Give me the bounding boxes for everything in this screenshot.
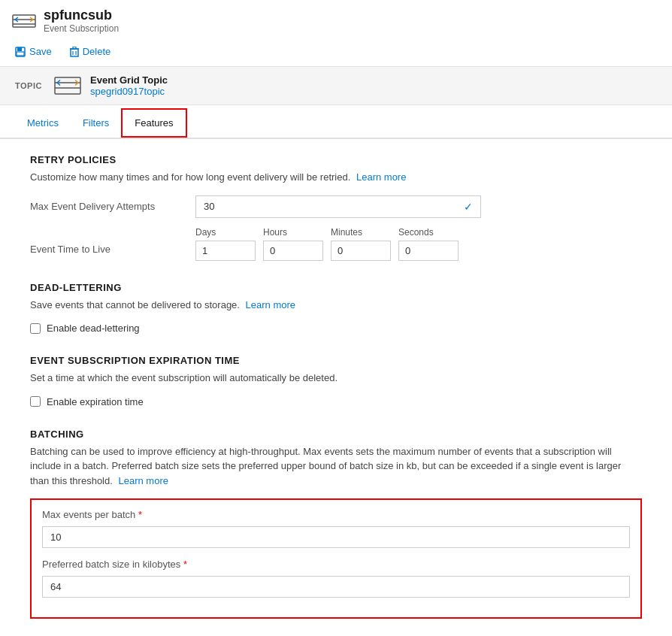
tab-filters[interactable]: Filters	[71, 108, 121, 138]
svg-rect-5	[17, 52, 24, 56]
retry-learn-more-link[interactable]: Learn more	[356, 171, 406, 183]
topic-link[interactable]: spegrid0917topic	[90, 86, 165, 97]
max-attempts-label: Max Event Delivery Attempts	[30, 201, 180, 212]
ttl-label: Event Time to Live	[30, 227, 180, 255]
topic-icon	[54, 75, 81, 96]
delete-icon	[70, 47, 79, 57]
save-button[interactable]: Save	[12, 44, 55, 59]
ttl-row: Event Time to Live Days Hours Minutes Se…	[30, 227, 642, 261]
dead-lettering-desc: Save events that cannot be delivered to …	[30, 298, 642, 313]
save-icon	[15, 47, 26, 57]
svg-rect-13	[55, 77, 80, 94]
main-content: RETRY POLICIES Customize how many times …	[0, 139, 672, 636]
max-events-field-label: Max events per batch *	[42, 509, 630, 520]
minutes-group: Minutes	[331, 227, 391, 261]
dead-lettering-section: DEAD-LETTERING Save events that cannot b…	[30, 282, 642, 335]
batching-learn-more-link[interactable]: Learn more	[118, 475, 168, 486]
app-title-block: spfuncsub Event Subscription	[44, 8, 119, 34]
seconds-group: Seconds	[398, 227, 459, 261]
dead-lettering-checkbox-label: Enable dead-lettering	[47, 323, 140, 334]
max-attempts-dropdown[interactable]: 30 ✓	[195, 195, 481, 218]
hours-group: Hours	[263, 227, 323, 261]
preferred-size-field-label: Preferred batch size in kilobytes *	[42, 559, 630, 570]
expiration-title: EVENT SUBSCRIPTION EXPIRATION TIME	[30, 355, 642, 366]
preferred-size-input[interactable]	[42, 576, 630, 598]
topic-label: TOPIC	[15, 81, 45, 90]
svg-rect-4	[17, 47, 22, 51]
batching-fields-box: Max events per batch * Preferred batch s…	[30, 498, 642, 619]
max-events-required: *	[138, 509, 142, 520]
tab-features[interactable]: Features	[121, 108, 186, 138]
topic-info: Event Grid Topic spegrid0917topic	[90, 74, 168, 97]
app-icon	[12, 9, 36, 33]
expiration-desc: Set a time at which the event subscripti…	[30, 371, 642, 386]
days-group: Days	[195, 227, 256, 261]
topic-bar: TOPIC Event Grid Topic spegrid0917topic	[0, 67, 672, 105]
time-fields: Days Hours Minutes Seconds	[195, 227, 459, 261]
app-subtitle: Event Subscription	[44, 23, 119, 34]
toolbar: Save Delete	[12, 40, 660, 60]
hours-label: Hours	[263, 227, 323, 238]
seconds-input[interactable]	[398, 241, 459, 261]
expiration-checkbox-label: Enable expiration time	[47, 396, 144, 407]
max-attempts-row: Max Event Delivery Attempts 30 ✓	[30, 195, 642, 218]
dead-lettering-learn-more-link[interactable]: Learn more	[246, 299, 295, 310]
tabs-bar: Metrics Filters Features	[0, 108, 672, 139]
max-events-input[interactable]	[42, 526, 630, 548]
tab-metrics[interactable]: Metrics	[15, 108, 71, 138]
retry-policies-title: RETRY POLICIES	[30, 154, 642, 165]
svg-rect-6	[71, 49, 78, 56]
max-events-field-group: Max events per batch *	[42, 509, 630, 548]
app-title: spfuncsub	[44, 8, 119, 23]
topic-type: Event Grid Topic	[90, 74, 168, 86]
expiration-checkbox[interactable]	[30, 396, 41, 407]
delete-button[interactable]: Delete	[67, 44, 114, 59]
retry-policies-section: RETRY POLICIES Customize how many times …	[30, 154, 642, 261]
days-input[interactable]	[195, 241, 256, 261]
batching-title: BATCHING	[30, 429, 642, 440]
retry-policies-desc: Customize how many times and for how lon…	[30, 170, 642, 185]
batching-desc: Batching can be used to improve efficien…	[30, 444, 642, 489]
preferred-size-field-group: Preferred batch size in kilobytes *	[42, 559, 630, 598]
minutes-input[interactable]	[331, 241, 391, 261]
seconds-label: Seconds	[398, 227, 459, 238]
app-header: spfuncsub Event Subscription	[12, 8, 660, 34]
batching-section: BATCHING Batching can be used to improve…	[30, 429, 642, 619]
dead-lettering-checkbox-row: Enable dead-lettering	[30, 323, 642, 334]
minutes-label: Minutes	[331, 227, 391, 238]
preferred-size-required: *	[183, 559, 187, 570]
dead-lettering-checkbox[interactable]	[30, 323, 41, 334]
expiration-checkbox-row: Enable expiration time	[30, 396, 642, 407]
hours-input[interactable]	[263, 241, 323, 261]
days-label: Days	[195, 227, 256, 238]
top-bar: spfuncsub Event Subscription Save Dele	[0, 0, 672, 67]
dead-lettering-title: DEAD-LETTERING	[30, 282, 642, 293]
dropdown-check-icon: ✓	[464, 201, 473, 213]
expiration-section: EVENT SUBSCRIPTION EXPIRATION TIME Set a…	[30, 355, 642, 407]
